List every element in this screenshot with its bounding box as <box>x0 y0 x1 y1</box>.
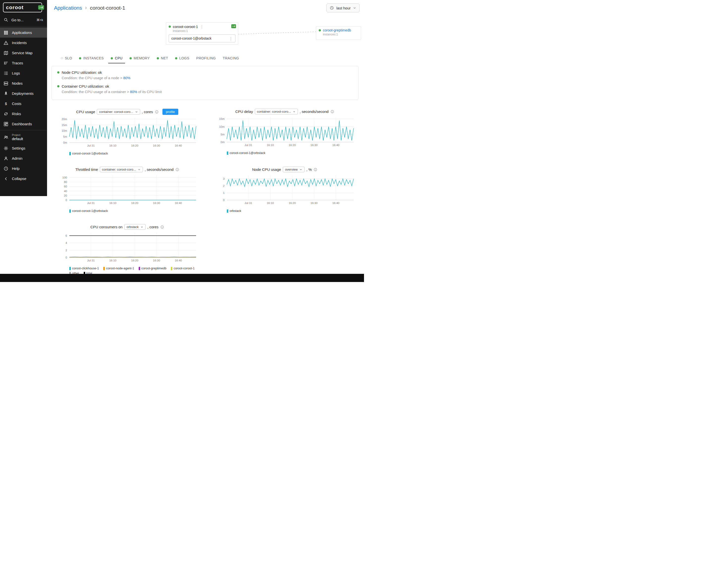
dependency-card[interactable]: coroot-greptimedb instances:1 <box>316 26 361 40</box>
coroot-logo[interactable]: coroot :~# <box>3 2 42 12</box>
chart-scope-select[interactable]: container: coroot-coro... <box>97 109 140 115</box>
x-axis-labels: Jul 3116:1016:2016:3016:40 <box>69 144 196 149</box>
instance-box[interactable]: coroot-coroot-1@orbstack ⋮ <box>169 34 235 42</box>
sidebar-item-label: Applications <box>12 30 32 35</box>
legend-swatch <box>171 267 172 270</box>
chevron-down-icon <box>293 110 296 113</box>
tab-profiling[interactable]: PROFILING <box>193 53 219 63</box>
profile-button[interactable]: profile <box>162 109 179 115</box>
legend-swatch <box>69 267 71 270</box>
sidebar-item-admin[interactable]: Admin <box>0 153 47 163</box>
check-container-cpu: Container CPU utilization: ok Condition:… <box>57 84 353 94</box>
legend-label: coroot-coroot-1@orbstack <box>230 151 265 155</box>
dependency-instances-label: instances:1 <box>323 33 358 36</box>
x-tick-label: 16:40 <box>332 202 339 205</box>
x-axis-labels: Jul 3116:1016:2016:3016:40 <box>69 202 196 206</box>
y-tick-label: 1 <box>223 191 225 194</box>
legend-item[interactable]: coroot-coroot-1@orbstack <box>69 209 108 213</box>
chart-scope-select[interactable]: overview <box>283 167 305 172</box>
info-icon[interactable] <box>155 110 159 114</box>
kebab-icon[interactable]: ⋮ <box>200 25 204 28</box>
sidebar-collapse-button[interactable]: Collapse <box>0 174 47 184</box>
chart-title-text: CPU consumers on <box>90 225 123 229</box>
x-tick-label: 16:40 <box>332 144 339 147</box>
sidebar-item-label: Admin <box>12 156 23 160</box>
tab-instances[interactable]: INSTANCES <box>76 53 107 63</box>
sidebar-item-incidents[interactable]: Incidents <box>0 38 47 48</box>
x-tick-label: Jul 31 <box>87 202 95 205</box>
tab-slo[interactable]: SLO <box>57 53 76 63</box>
chart-unit: , cores <box>142 110 153 114</box>
threshold-link[interactable]: 80% <box>130 90 137 94</box>
tab-cpu[interactable]: CPU <box>107 53 126 63</box>
sidebar-item-label: Help <box>12 166 20 171</box>
tab-memory[interactable]: MEMORY <box>126 53 153 63</box>
info-icon[interactable] <box>160 225 164 229</box>
sidebar-item-logs[interactable]: Logs <box>0 68 47 78</box>
tab-status-dot <box>157 57 159 59</box>
tab-label: INSTANCES <box>83 56 104 60</box>
sidebar-item-settings[interactable]: Settings <box>0 143 47 153</box>
chart-plot[interactable] <box>69 233 196 257</box>
legend-item[interactable]: coroot-coroot-1@orbstack <box>69 152 108 155</box>
tab-net[interactable]: NET <box>153 53 172 63</box>
sidebar-item-nodes[interactable]: Nodes <box>0 78 47 88</box>
chart-title-text: CPU delay <box>235 109 253 114</box>
info-icon[interactable] <box>313 168 317 172</box>
info-icon[interactable] <box>330 110 334 114</box>
x-tick-label: 16:20 <box>131 144 138 147</box>
chart-unit: , seconds/second <box>145 167 174 172</box>
chevron-down-icon <box>138 168 141 171</box>
legend-item[interactable]: coroot-clickhouse-1 <box>69 267 99 270</box>
check-node-cpu: Node CPU utilization: ok Condition: the … <box>57 70 353 80</box>
kebab-icon[interactable]: ⋮ <box>229 37 233 40</box>
legend-item[interactable]: orbstack <box>227 209 241 213</box>
sidebar-item-applications[interactable]: Applications <box>0 27 47 38</box>
tab-logs[interactable]: LOGS <box>172 53 193 63</box>
chart-plot[interactable] <box>227 117 354 142</box>
threshold-link[interactable]: 80% <box>123 76 130 80</box>
chart-plot[interactable] <box>227 175 354 200</box>
x-tick-label: 16:30 <box>153 259 160 262</box>
sidebar-item-risks[interactable]: Risks <box>0 109 47 119</box>
sidebar-item-traces[interactable]: Traces <box>0 58 47 68</box>
legend-item[interactable]: coroot-node-agent-1 <box>103 267 134 270</box>
chart-legend: coroot-coroot-1@orbstack <box>69 209 196 213</box>
chevron-down-icon <box>299 168 302 171</box>
y-tick-label: 100 <box>62 176 67 179</box>
project-selector[interactable]: Project default <box>0 131 47 143</box>
goto-search[interactable]: Go to... ⌘+k <box>0 14 47 25</box>
sidebar-item-deployments[interactable]: Deployments <box>0 88 47 99</box>
sidebar-item-costs[interactable]: $ Costs <box>0 99 47 109</box>
chart-scope-select[interactable]: container: coroot-coro... <box>255 109 298 114</box>
app-card[interactable]: coroot-coroot-1 ⋮ :~# instances:1 coroot… <box>166 22 238 45</box>
y-tick-label: 0m <box>221 141 225 144</box>
person-icon <box>3 156 8 161</box>
tab-label: PROFILING <box>196 56 216 60</box>
tab-tracing[interactable]: TRACING <box>219 53 243 63</box>
chart-plot[interactable] <box>69 118 196 143</box>
legend-item[interactable]: coroot-coroot-1@orbstack <box>227 151 265 155</box>
legend-label: coroot-coroot-1@orbstack <box>72 209 108 213</box>
legend-label: orbstack <box>230 209 241 213</box>
legend-item[interactable]: coroot-greptimedb <box>139 267 166 270</box>
y-tick-label: 0m <box>63 141 67 144</box>
chart-scope-select[interactable]: container: coroot-coro... <box>100 167 143 172</box>
sidebar-item-service-map[interactable]: Service Map <box>0 48 47 58</box>
tab-label: MEMORY <box>134 56 150 60</box>
time-range-selector[interactable]: last hour <box>326 3 360 12</box>
instance-name: coroot-coroot-1@orbstack <box>171 36 211 40</box>
sidebar-item-dashboards[interactable]: Dashboards <box>0 119 47 129</box>
sidebar-item-label: Collapse <box>12 177 26 181</box>
chart-plot[interactable] <box>69 175 196 200</box>
dependency-name-link[interactable]: coroot-greptimedb <box>323 28 351 32</box>
legend-item[interactable]: coroot-coroot-1 <box>171 267 195 270</box>
info-icon[interactable] <box>175 168 179 172</box>
y-axis-labels: 0m5m10m15m20m <box>58 118 69 143</box>
time-range-label: last hour <box>336 6 351 10</box>
x-tick-label: Jul 31 <box>87 259 95 262</box>
chart-scope-select[interactable]: orbstack <box>124 224 146 230</box>
breadcrumb-applications-link[interactable]: Applications <box>54 5 82 11</box>
sidebar-item-help[interactable]: ? Help <box>0 163 47 174</box>
y-tick-label: 80 <box>64 180 67 183</box>
